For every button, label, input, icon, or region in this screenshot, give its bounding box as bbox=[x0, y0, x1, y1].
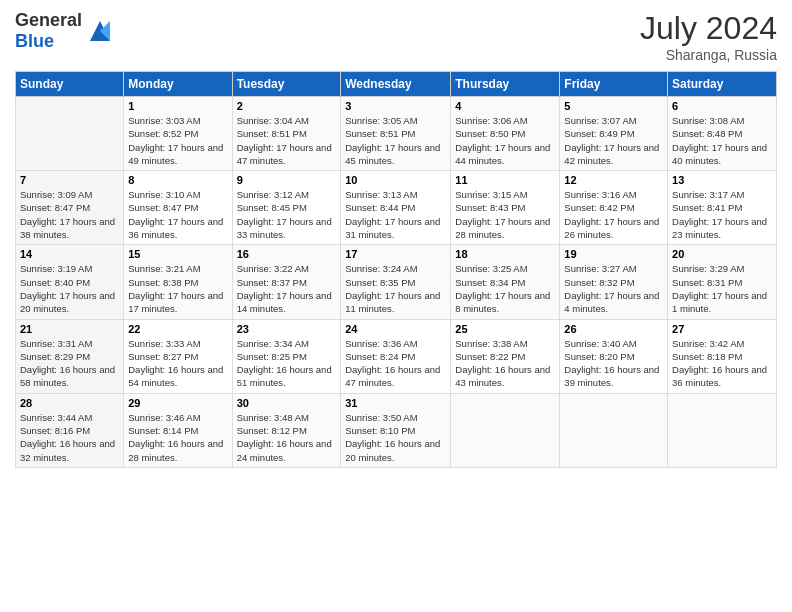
day-info: Sunrise: 3:31 AM Sunset: 8:29 PM Dayligh… bbox=[20, 337, 119, 390]
day-number: 9 bbox=[237, 174, 337, 186]
calendar-week-4: 28Sunrise: 3:44 AM Sunset: 8:16 PM Dayli… bbox=[16, 393, 777, 467]
calendar-cell bbox=[560, 393, 668, 467]
calendar-cell: 6Sunrise: 3:08 AM Sunset: 8:48 PM Daylig… bbox=[668, 97, 777, 171]
day-info: Sunrise: 3:08 AM Sunset: 8:48 PM Dayligh… bbox=[672, 114, 772, 167]
day-number: 3 bbox=[345, 100, 446, 112]
calendar-week-1: 7Sunrise: 3:09 AM Sunset: 8:47 PM Daylig… bbox=[16, 171, 777, 245]
day-info: Sunrise: 3:50 AM Sunset: 8:10 PM Dayligh… bbox=[345, 411, 446, 464]
calendar-cell bbox=[451, 393, 560, 467]
calendar-cell: 20Sunrise: 3:29 AM Sunset: 8:31 PM Dayli… bbox=[668, 245, 777, 319]
day-number: 30 bbox=[237, 397, 337, 409]
calendar-cell: 23Sunrise: 3:34 AM Sunset: 8:25 PM Dayli… bbox=[232, 319, 341, 393]
calendar-cell: 19Sunrise: 3:27 AM Sunset: 8:32 PM Dayli… bbox=[560, 245, 668, 319]
day-info: Sunrise: 3:15 AM Sunset: 8:43 PM Dayligh… bbox=[455, 188, 555, 241]
calendar-cell: 14Sunrise: 3:19 AM Sunset: 8:40 PM Dayli… bbox=[16, 245, 124, 319]
col-saturday: Saturday bbox=[668, 72, 777, 97]
calendar-cell: 2Sunrise: 3:04 AM Sunset: 8:51 PM Daylig… bbox=[232, 97, 341, 171]
day-info: Sunrise: 3:29 AM Sunset: 8:31 PM Dayligh… bbox=[672, 262, 772, 315]
col-tuesday: Tuesday bbox=[232, 72, 341, 97]
day-info: Sunrise: 3:46 AM Sunset: 8:14 PM Dayligh… bbox=[128, 411, 227, 464]
col-friday: Friday bbox=[560, 72, 668, 97]
calendar-header: General Blue July 2024 Sharanga, Russia bbox=[15, 10, 777, 63]
day-info: Sunrise: 3:13 AM Sunset: 8:44 PM Dayligh… bbox=[345, 188, 446, 241]
day-number: 12 bbox=[564, 174, 663, 186]
day-info: Sunrise: 3:04 AM Sunset: 8:51 PM Dayligh… bbox=[237, 114, 337, 167]
day-info: Sunrise: 3:36 AM Sunset: 8:24 PM Dayligh… bbox=[345, 337, 446, 390]
day-number: 1 bbox=[128, 100, 227, 112]
calendar-week-3: 21Sunrise: 3:31 AM Sunset: 8:29 PM Dayli… bbox=[16, 319, 777, 393]
day-info: Sunrise: 3:06 AM Sunset: 8:50 PM Dayligh… bbox=[455, 114, 555, 167]
calendar-cell: 30Sunrise: 3:48 AM Sunset: 8:12 PM Dayli… bbox=[232, 393, 341, 467]
calendar-cell: 29Sunrise: 3:46 AM Sunset: 8:14 PM Dayli… bbox=[124, 393, 232, 467]
day-number: 4 bbox=[455, 100, 555, 112]
calendar-cell: 10Sunrise: 3:13 AM Sunset: 8:44 PM Dayli… bbox=[341, 171, 451, 245]
logo-blue: Blue bbox=[15, 31, 54, 51]
day-number: 15 bbox=[128, 248, 227, 260]
day-info: Sunrise: 3:44 AM Sunset: 8:16 PM Dayligh… bbox=[20, 411, 119, 464]
logo-icon bbox=[86, 17, 114, 45]
calendar-cell: 3Sunrise: 3:05 AM Sunset: 8:51 PM Daylig… bbox=[341, 97, 451, 171]
calendar-cell: 31Sunrise: 3:50 AM Sunset: 8:10 PM Dayli… bbox=[341, 393, 451, 467]
day-info: Sunrise: 3:27 AM Sunset: 8:32 PM Dayligh… bbox=[564, 262, 663, 315]
day-info: Sunrise: 3:38 AM Sunset: 8:22 PM Dayligh… bbox=[455, 337, 555, 390]
calendar-container: General Blue July 2024 Sharanga, Russia … bbox=[0, 0, 792, 478]
day-info: Sunrise: 3:21 AM Sunset: 8:38 PM Dayligh… bbox=[128, 262, 227, 315]
day-info: Sunrise: 3:24 AM Sunset: 8:35 PM Dayligh… bbox=[345, 262, 446, 315]
calendar-cell: 24Sunrise: 3:36 AM Sunset: 8:24 PM Dayli… bbox=[341, 319, 451, 393]
day-info: Sunrise: 3:25 AM Sunset: 8:34 PM Dayligh… bbox=[455, 262, 555, 315]
header-row: Sunday Monday Tuesday Wednesday Thursday… bbox=[16, 72, 777, 97]
calendar-week-2: 14Sunrise: 3:19 AM Sunset: 8:40 PM Dayli… bbox=[16, 245, 777, 319]
col-monday: Monday bbox=[124, 72, 232, 97]
day-info: Sunrise: 3:40 AM Sunset: 8:20 PM Dayligh… bbox=[564, 337, 663, 390]
col-wednesday: Wednesday bbox=[341, 72, 451, 97]
day-number: 20 bbox=[672, 248, 772, 260]
calendar-week-0: 1Sunrise: 3:03 AM Sunset: 8:52 PM Daylig… bbox=[16, 97, 777, 171]
day-info: Sunrise: 3:09 AM Sunset: 8:47 PM Dayligh… bbox=[20, 188, 119, 241]
col-sunday: Sunday bbox=[16, 72, 124, 97]
day-info: Sunrise: 3:10 AM Sunset: 8:47 PM Dayligh… bbox=[128, 188, 227, 241]
day-number: 10 bbox=[345, 174, 446, 186]
calendar-cell: 27Sunrise: 3:42 AM Sunset: 8:18 PM Dayli… bbox=[668, 319, 777, 393]
day-number: 29 bbox=[128, 397, 227, 409]
calendar-cell: 26Sunrise: 3:40 AM Sunset: 8:20 PM Dayli… bbox=[560, 319, 668, 393]
day-number: 5 bbox=[564, 100, 663, 112]
calendar-cell: 8Sunrise: 3:10 AM Sunset: 8:47 PM Daylig… bbox=[124, 171, 232, 245]
calendar-cell: 22Sunrise: 3:33 AM Sunset: 8:27 PM Dayli… bbox=[124, 319, 232, 393]
day-info: Sunrise: 3:07 AM Sunset: 8:49 PM Dayligh… bbox=[564, 114, 663, 167]
day-number: 24 bbox=[345, 323, 446, 335]
day-number: 7 bbox=[20, 174, 119, 186]
day-info: Sunrise: 3:12 AM Sunset: 8:45 PM Dayligh… bbox=[237, 188, 337, 241]
calendar-cell: 17Sunrise: 3:24 AM Sunset: 8:35 PM Dayli… bbox=[341, 245, 451, 319]
day-info: Sunrise: 3:16 AM Sunset: 8:42 PM Dayligh… bbox=[564, 188, 663, 241]
day-number: 8 bbox=[128, 174, 227, 186]
day-info: Sunrise: 3:05 AM Sunset: 8:51 PM Dayligh… bbox=[345, 114, 446, 167]
calendar-cell: 18Sunrise: 3:25 AM Sunset: 8:34 PM Dayli… bbox=[451, 245, 560, 319]
day-number: 2 bbox=[237, 100, 337, 112]
calendar-cell: 5Sunrise: 3:07 AM Sunset: 8:49 PM Daylig… bbox=[560, 97, 668, 171]
col-thursday: Thursday bbox=[451, 72, 560, 97]
day-number: 27 bbox=[672, 323, 772, 335]
day-number: 28 bbox=[20, 397, 119, 409]
calendar-cell bbox=[668, 393, 777, 467]
day-info: Sunrise: 3:42 AM Sunset: 8:18 PM Dayligh… bbox=[672, 337, 772, 390]
calendar-cell: 15Sunrise: 3:21 AM Sunset: 8:38 PM Dayli… bbox=[124, 245, 232, 319]
day-info: Sunrise: 3:33 AM Sunset: 8:27 PM Dayligh… bbox=[128, 337, 227, 390]
day-number: 13 bbox=[672, 174, 772, 186]
day-number: 16 bbox=[237, 248, 337, 260]
calendar-cell: 21Sunrise: 3:31 AM Sunset: 8:29 PM Dayli… bbox=[16, 319, 124, 393]
day-number: 17 bbox=[345, 248, 446, 260]
day-info: Sunrise: 3:17 AM Sunset: 8:41 PM Dayligh… bbox=[672, 188, 772, 241]
day-info: Sunrise: 3:03 AM Sunset: 8:52 PM Dayligh… bbox=[128, 114, 227, 167]
logo: General Blue bbox=[15, 10, 114, 52]
location: Sharanga, Russia bbox=[640, 47, 777, 63]
day-number: 31 bbox=[345, 397, 446, 409]
day-info: Sunrise: 3:34 AM Sunset: 8:25 PM Dayligh… bbox=[237, 337, 337, 390]
day-number: 23 bbox=[237, 323, 337, 335]
day-number: 19 bbox=[564, 248, 663, 260]
day-number: 6 bbox=[672, 100, 772, 112]
day-info: Sunrise: 3:19 AM Sunset: 8:40 PM Dayligh… bbox=[20, 262, 119, 315]
calendar-cell: 9Sunrise: 3:12 AM Sunset: 8:45 PM Daylig… bbox=[232, 171, 341, 245]
calendar-cell: 1Sunrise: 3:03 AM Sunset: 8:52 PM Daylig… bbox=[124, 97, 232, 171]
calendar-cell: 25Sunrise: 3:38 AM Sunset: 8:22 PM Dayli… bbox=[451, 319, 560, 393]
day-info: Sunrise: 3:48 AM Sunset: 8:12 PM Dayligh… bbox=[237, 411, 337, 464]
